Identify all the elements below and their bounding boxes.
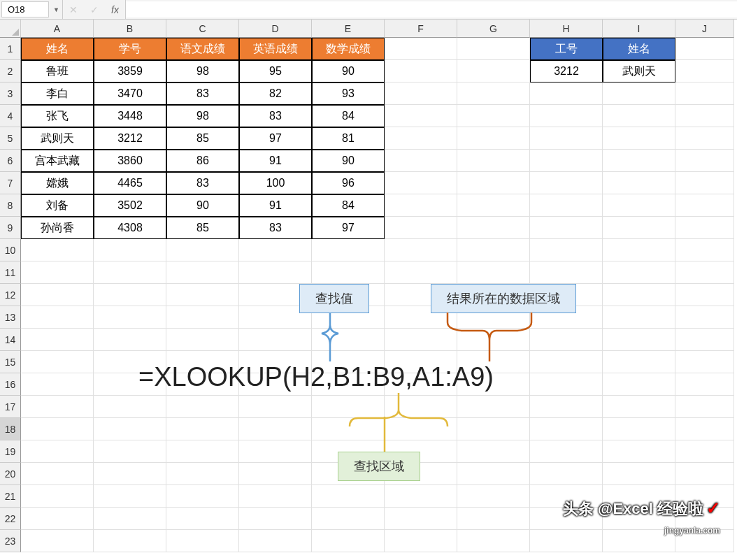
cell-H10[interactable] (530, 239, 603, 261)
cell-H12[interactable] (530, 284, 603, 306)
cell-B21[interactable] (94, 485, 166, 508)
row-header-23[interactable]: 23 (0, 530, 21, 552)
cell-A21[interactable] (21, 485, 94, 508)
col-header-B[interactable]: B (94, 20, 166, 38)
cell-F6[interactable] (385, 150, 457, 172)
cell-H13[interactable] (530, 306, 603, 329)
cell-I12[interactable] (603, 284, 675, 306)
cell-C7[interactable]: 83 (166, 172, 239, 194)
cell-D13[interactable] (239, 306, 312, 329)
cell-G12[interactable] (457, 284, 530, 306)
name-box[interactable]: O18 (1, 1, 49, 17)
cell-C16[interactable] (166, 373, 239, 396)
cell-I20[interactable] (603, 463, 675, 485)
cell-B4[interactable]: 3448 (94, 105, 166, 127)
cell-J8[interactable] (675, 194, 734, 217)
cell-G13[interactable] (457, 306, 530, 329)
cell-E8[interactable]: 84 (312, 194, 385, 217)
cell-C10[interactable] (166, 239, 239, 261)
cell-D20[interactable] (239, 463, 312, 485)
cell-D21[interactable] (239, 485, 312, 508)
cell-J7[interactable] (675, 172, 734, 194)
cell-H4[interactable] (530, 105, 603, 127)
cell-A14[interactable] (21, 329, 94, 351)
cell-I17[interactable] (603, 396, 675, 418)
row-header-9[interactable]: 9 (0, 217, 21, 239)
cell-G8[interactable] (457, 194, 530, 217)
cell-C19[interactable] (166, 440, 239, 463)
row-header-18[interactable]: 18 (0, 418, 21, 440)
cell-G21[interactable] (457, 485, 530, 508)
row-header-7[interactable]: 7 (0, 172, 21, 194)
row-header-6[interactable]: 6 (0, 150, 21, 172)
cell-D22[interactable] (239, 508, 312, 530)
row-header-12[interactable]: 12 (0, 284, 21, 306)
cell-I19[interactable] (603, 440, 675, 463)
cell-D5[interactable]: 97 (239, 127, 312, 150)
cell-E5[interactable]: 81 (312, 127, 385, 150)
cell-I13[interactable] (603, 306, 675, 329)
cell-G23[interactable] (457, 530, 530, 552)
row-header-11[interactable]: 11 (0, 261, 21, 284)
cell-G3[interactable] (457, 82, 530, 105)
cell-E16[interactable] (312, 373, 385, 396)
cell-F15[interactable] (385, 351, 457, 373)
cell-C12[interactable] (166, 284, 239, 306)
cell-C6[interactable]: 86 (166, 150, 239, 172)
cell-A9[interactable]: 孙尚香 (21, 217, 94, 239)
col-header-I[interactable]: I (603, 20, 675, 38)
cell-E19[interactable] (312, 440, 385, 463)
cell-D11[interactable] (239, 261, 312, 284)
col-header-C[interactable]: C (166, 20, 239, 38)
cell-E9[interactable]: 97 (312, 217, 385, 239)
cell-D18[interactable] (239, 418, 312, 440)
cell-H7[interactable] (530, 172, 603, 194)
cell-A1[interactable]: 姓名 (21, 38, 94, 60)
cell-B11[interactable] (94, 261, 166, 284)
cell-B1[interactable]: 学号 (94, 38, 166, 60)
cell-A13[interactable] (21, 306, 94, 329)
cell-J4[interactable] (675, 105, 734, 127)
cell-F1[interactable] (385, 38, 457, 60)
cell-E17[interactable] (312, 396, 385, 418)
col-header-A[interactable]: A (21, 20, 94, 38)
row-header-15[interactable]: 15 (0, 351, 21, 373)
cell-A6[interactable]: 宫本武藏 (21, 150, 94, 172)
cell-B22[interactable] (94, 508, 166, 530)
cell-D19[interactable] (239, 440, 312, 463)
cell-H8[interactable] (530, 194, 603, 217)
cell-B12[interactable] (94, 284, 166, 306)
cell-A8[interactable]: 刘备 (21, 194, 94, 217)
cell-B16[interactable] (94, 373, 166, 396)
row-header-4[interactable]: 4 (0, 105, 21, 127)
cell-H15[interactable] (530, 351, 603, 373)
cell-F13[interactable] (385, 306, 457, 329)
cell-G20[interactable] (457, 463, 530, 485)
cell-H20[interactable] (530, 463, 603, 485)
cell-H2[interactable]: 3212 (530, 60, 603, 82)
cell-D9[interactable]: 83 (239, 217, 312, 239)
row-header-22[interactable]: 22 (0, 508, 21, 530)
cell-C17[interactable] (166, 396, 239, 418)
cell-E1[interactable]: 数学成绩 (312, 38, 385, 60)
cell-G9[interactable] (457, 217, 530, 239)
cell-A7[interactable]: 嫦娥 (21, 172, 94, 194)
cell-H11[interactable] (530, 261, 603, 284)
cell-A19[interactable] (21, 440, 94, 463)
cell-F18[interactable] (385, 418, 457, 440)
row-header-17[interactable]: 17 (0, 396, 21, 418)
cell-G11[interactable] (457, 261, 530, 284)
cell-F10[interactable] (385, 239, 457, 261)
cell-G5[interactable] (457, 127, 530, 150)
cell-H16[interactable] (530, 373, 603, 396)
cell-B18[interactable] (94, 418, 166, 440)
cell-B23[interactable] (94, 530, 166, 552)
cell-I18[interactable] (603, 418, 675, 440)
cell-A3[interactable]: 李白 (21, 82, 94, 105)
cell-I6[interactable] (603, 150, 675, 172)
cell-F8[interactable] (385, 194, 457, 217)
cell-D3[interactable]: 82 (239, 82, 312, 105)
cell-C18[interactable] (166, 418, 239, 440)
row-header-3[interactable]: 3 (0, 82, 21, 105)
cell-E4[interactable]: 84 (312, 105, 385, 127)
